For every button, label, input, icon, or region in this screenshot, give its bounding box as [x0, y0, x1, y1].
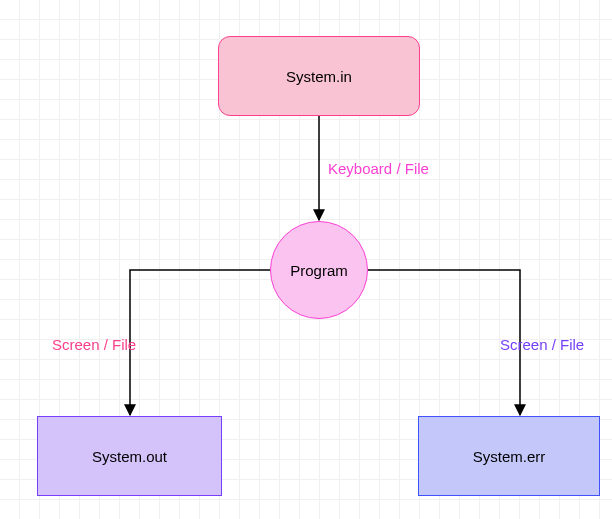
node-system-in[interactable]: System.in: [218, 36, 420, 116]
node-program-label: Program: [290, 262, 348, 279]
node-system-out-label: System.out: [92, 448, 167, 465]
edge-program-to-err: [368, 270, 520, 415]
edge-program-to-out: [130, 270, 270, 415]
edge-label-in-to-program: Keyboard / File: [328, 160, 429, 177]
node-system-out[interactable]: System.out: [37, 416, 222, 496]
node-system-err-label: System.err: [473, 448, 546, 465]
node-system-in-label: System.in: [286, 68, 352, 85]
node-system-err[interactable]: System.err: [418, 416, 600, 496]
node-program[interactable]: Program: [270, 221, 368, 319]
edge-label-program-to-err: Screen / File: [500, 336, 584, 353]
edge-label-program-to-out: Screen / File: [52, 336, 136, 353]
